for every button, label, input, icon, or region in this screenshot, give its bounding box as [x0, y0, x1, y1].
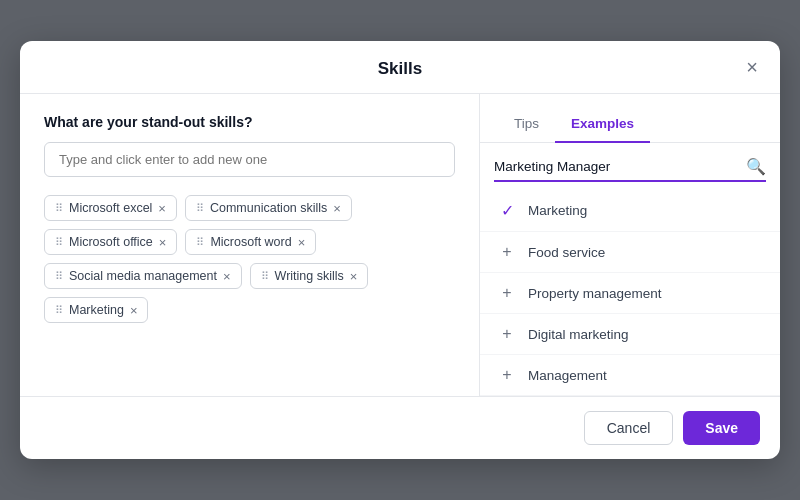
tag-remove-microsoft-excel[interactable]: ×	[158, 202, 166, 215]
search-icon: 🔍	[746, 157, 766, 176]
tag-remove-microsoft-office[interactable]: ×	[159, 236, 167, 249]
skills-question: What are your stand-out skills?	[44, 114, 455, 130]
drag-handle[interactable]: ⠿	[55, 304, 63, 317]
tag-label: Marketing	[69, 303, 124, 317]
suggestions-list: ✓ Marketing + Food service + Property ma…	[480, 190, 780, 396]
tag-remove-marketing[interactable]: ×	[130, 304, 138, 317]
tag-remove-microsoft-word[interactable]: ×	[298, 236, 306, 249]
plus-icon: +	[498, 284, 516, 302]
suggestion-property-management[interactable]: + Property management	[480, 273, 780, 314]
skill-tag-social-media-management: ⠿ Social media management ×	[44, 263, 242, 289]
plus-icon: +	[498, 366, 516, 384]
tab-examples[interactable]: Examples	[555, 110, 650, 143]
suggestion-management[interactable]: + Management	[480, 355, 780, 396]
tag-label: Writing skills	[275, 269, 344, 283]
tag-remove-writing-skills[interactable]: ×	[350, 270, 358, 283]
suggestion-label: Management	[528, 368, 607, 383]
save-button[interactable]: Save	[683, 411, 760, 445]
modal-body: What are your stand-out skills? ⠿ Micros…	[20, 94, 780, 396]
suggestion-food-service[interactable]: + Food service	[480, 232, 780, 273]
left-panel: What are your stand-out skills? ⠿ Micros…	[20, 94, 480, 396]
search-box: 🔍	[494, 157, 766, 182]
tabs: Tips Examples	[480, 110, 780, 143]
modal-footer: Cancel Save	[20, 396, 780, 459]
skills-modal: Skills × What are your stand-out skills?…	[20, 41, 780, 459]
drag-handle[interactable]: ⠿	[55, 270, 63, 283]
plus-icon: +	[498, 325, 516, 343]
close-button[interactable]: ×	[742, 53, 762, 81]
tags-container: ⠿ Microsoft excel × ⠿ Communication skil…	[44, 195, 455, 323]
suggestion-label: Property management	[528, 286, 662, 301]
tag-remove-social-media-management[interactable]: ×	[223, 270, 231, 283]
plus-icon: +	[498, 243, 516, 261]
tag-label: Social media management	[69, 269, 217, 283]
drag-handle[interactable]: ⠿	[196, 202, 204, 215]
suggestion-digital-marketing[interactable]: + Digital marketing	[480, 314, 780, 355]
skill-tag-communication-skills: ⠿ Communication skills ×	[185, 195, 352, 221]
tag-label: Microsoft excel	[69, 201, 152, 215]
tag-label: Communication skills	[210, 201, 327, 215]
drag-handle[interactable]: ⠿	[196, 236, 204, 249]
skill-tag-writing-skills: ⠿ Writing skills ×	[250, 263, 369, 289]
skill-tag-microsoft-office: ⠿ Microsoft office ×	[44, 229, 177, 255]
drag-handle[interactable]: ⠿	[55, 236, 63, 249]
skill-input[interactable]	[44, 142, 455, 177]
tag-remove-communication-skills[interactable]: ×	[333, 202, 341, 215]
check-icon: ✓	[498, 201, 516, 220]
modal-overlay: Skills × What are your stand-out skills?…	[0, 0, 800, 500]
tab-tips[interactable]: Tips	[498, 110, 555, 143]
modal-title: Skills	[378, 59, 422, 79]
skill-tag-microsoft-excel: ⠿ Microsoft excel ×	[44, 195, 177, 221]
modal-header: Skills ×	[20, 41, 780, 94]
suggestion-marketing[interactable]: ✓ Marketing	[480, 190, 780, 232]
drag-handle[interactable]: ⠿	[55, 202, 63, 215]
skill-tag-marketing: ⠿ Marketing ×	[44, 297, 148, 323]
tag-label: Microsoft word	[210, 235, 291, 249]
right-panel: Tips Examples 🔍 ✓ Marketing + Food servi…	[480, 94, 780, 396]
search-input[interactable]	[494, 159, 746, 174]
cancel-button[interactable]: Cancel	[584, 411, 674, 445]
tag-label: Microsoft office	[69, 235, 153, 249]
suggestion-label: Digital marketing	[528, 327, 629, 342]
skill-tag-microsoft-word: ⠿ Microsoft word ×	[185, 229, 316, 255]
suggestion-label: Food service	[528, 245, 605, 260]
suggestion-label: Marketing	[528, 203, 587, 218]
drag-handle[interactable]: ⠿	[261, 270, 269, 283]
